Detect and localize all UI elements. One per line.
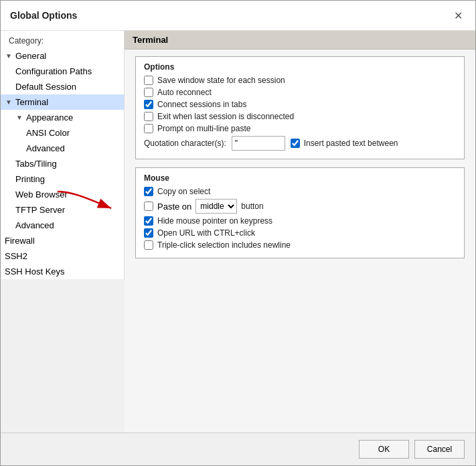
- main-content: Terminal Options Save window state for e…: [125, 31, 475, 433]
- dialog-footer: OK Cancel: [1, 433, 475, 465]
- section-body: Options Save window state for each sessi…: [125, 50, 475, 433]
- quotation-input[interactable]: [232, 136, 285, 151]
- sidebar-item-label-advanced: Advanced: [14, 220, 56, 231]
- label-exit-when-last: Exit when last session is disconnected: [157, 112, 294, 121]
- paste-on-select[interactable]: middle left right: [195, 199, 237, 214]
- label-hide-mouse-pointer: Hide mouse pointer on keypress: [157, 216, 272, 226]
- sidebar-item-firewall[interactable]: Firewall: [1, 233, 124, 248]
- sidebar-item-ssh2[interactable]: SSH2: [1, 248, 124, 264]
- checkbox-exit-when-last[interactable]: [144, 112, 153, 121]
- option-triple-click: Triple-click selection includes newline: [144, 240, 456, 250]
- options-group-title: Options: [144, 62, 456, 72]
- sidebar-item-general[interactable]: ▼ General: [1, 48, 124, 64]
- checkbox-auto-reconnect[interactable]: [144, 88, 153, 97]
- sidebar-item-ansi-color[interactable]: ANSI Color: [22, 125, 124, 141]
- label-open-url: Open URL with CTRL+click: [157, 228, 255, 238]
- option-connect-sessions: Connect sessions in tabs: [144, 100, 456, 109]
- sidebar-item-label-firewall: Firewall: [3, 235, 36, 246]
- sidebar-item-default-session[interactable]: Default Session: [11, 79, 124, 94]
- expand-icon-terminal: ▼: [3, 97, 14, 108]
- category-label: Category:: [1, 31, 124, 48]
- quotation-row: Quotation character(s): Insert pasted te…: [144, 136, 456, 151]
- sidebar-item-label-default-session: Default Session: [14, 81, 78, 92]
- sidebar-item-terminal[interactable]: ▼ Terminal: [1, 94, 124, 110]
- sidebar-item-printing[interactable]: Printing: [11, 171, 124, 187]
- option-save-window-state: Save window state for each session: [144, 76, 456, 85]
- sidebar-item-tftp-server[interactable]: TFTP Server: [11, 202, 124, 218]
- sidebar-item-appearance[interactable]: ▼ Appearance: [11, 110, 124, 125]
- close-button[interactable]: ✕: [450, 7, 466, 23]
- sidebar-item-label-ansi-color: ANSI Color: [25, 127, 71, 139]
- checkbox-insert-pasted[interactable]: [291, 139, 300, 148]
- checkbox-hide-mouse-pointer[interactable]: [144, 216, 153, 226]
- sidebar-item-label-config-paths: Configuration Paths: [14, 66, 93, 77]
- label-prompt-multi-line: Prompt on multi-line paste: [157, 124, 250, 133]
- checkbox-paste-on[interactable]: [144, 202, 153, 211]
- ok-button[interactable]: OK: [359, 440, 409, 459]
- sidebar-item-label-general: General: [14, 50, 48, 62]
- checkbox-triple-click[interactable]: [144, 240, 153, 250]
- checkbox-open-url[interactable]: [144, 228, 153, 238]
- paste-btn-label: button: [241, 202, 263, 211]
- sidebar-item-label-ssh-host-keys: SSH Host Keys: [3, 266, 66, 277]
- quotation-label: Quotation character(s):: [144, 139, 226, 148]
- option-exit-when-last: Exit when last session is disconnected: [144, 112, 456, 121]
- cancel-button[interactable]: Cancel: [414, 440, 465, 459]
- sidebar-item-label-tabs-tiling: Tabs/Tiling: [14, 158, 58, 169]
- sidebar-item-config-paths[interactable]: Configuration Paths: [11, 64, 124, 79]
- label-auto-reconnect: Auto reconnect: [157, 88, 212, 97]
- paste-on-row: Paste on middle left right button: [144, 199, 456, 214]
- sidebar-item-label-advanced-app: Advanced: [25, 143, 66, 154]
- label-connect-sessions: Connect sessions in tabs: [157, 100, 246, 109]
- sidebar-item-ssh-host-keys[interactable]: SSH Host Keys: [1, 264, 124, 279]
- sidebar-item-label-tftp-server: TFTP Server: [14, 204, 66, 216]
- sidebar-item-tabs-tiling[interactable]: Tabs/Tiling: [11, 156, 124, 171]
- option-open-url: Open URL with CTRL+click: [144, 228, 456, 238]
- sidebar-item-web-browser[interactable]: Web Browser: [11, 187, 124, 202]
- category-sidebar: Category: ▼ General Configuration Paths …: [1, 31, 125, 279]
- option-hide-mouse-pointer: Hide mouse pointer on keypress: [144, 216, 456, 226]
- sidebar-item-label-web-browser: Web Browser: [14, 189, 69, 200]
- options-group: Options Save window state for each sessi…: [135, 56, 465, 159]
- label-triple-click: Triple-click selection includes newline: [157, 240, 291, 250]
- sidebar-item-advanced[interactable]: Advanced: [11, 218, 124, 233]
- checkbox-connect-sessions[interactable]: [144, 100, 153, 109]
- expand-icon-general: ▼: [3, 51, 14, 62]
- sidebar-item-label-printing: Printing: [14, 173, 46, 185]
- sidebar-item-label-terminal: Terminal: [14, 96, 50, 108]
- checkbox-prompt-multi-line[interactable]: [144, 124, 153, 133]
- section-header: Terminal: [125, 31, 475, 50]
- dialog-title: Global Options: [10, 10, 77, 21]
- checkbox-save-window-state[interactable]: [144, 76, 153, 85]
- label-copy-on-select: Copy on select: [157, 187, 210, 196]
- label-paste-on: Paste on: [157, 202, 191, 212]
- checkbox-copy-on-select[interactable]: [144, 187, 153, 196]
- sidebar-item-label-appearance: Appearance: [25, 112, 74, 123]
- dialog-body: Category: ▼ General Configuration Paths …: [1, 31, 475, 433]
- global-options-dialog: Global Options ✕ Category: ▼ General Con…: [0, 0, 476, 466]
- label-save-window-state: Save window state for each session: [157, 76, 285, 85]
- mouse-group: Mouse Copy on select Paste on middle lef…: [135, 167, 465, 258]
- mouse-group-title: Mouse: [144, 173, 456, 183]
- title-bar: Global Options ✕: [1, 1, 475, 31]
- expand-icon-appearance: ▼: [14, 112, 25, 123]
- option-prompt-multi-line: Prompt on multi-line paste: [144, 124, 456, 133]
- option-auto-reconnect: Auto reconnect: [144, 88, 456, 97]
- option-copy-on-select: Copy on select: [144, 187, 456, 196]
- sidebar-item-advanced-app[interactable]: Advanced: [22, 141, 124, 156]
- insert-checkbox-row: Insert pasted text between: [291, 139, 398, 148]
- sidebar-item-label-ssh2: SSH2: [3, 250, 29, 262]
- label-insert-pasted: Insert pasted text between: [304, 139, 398, 148]
